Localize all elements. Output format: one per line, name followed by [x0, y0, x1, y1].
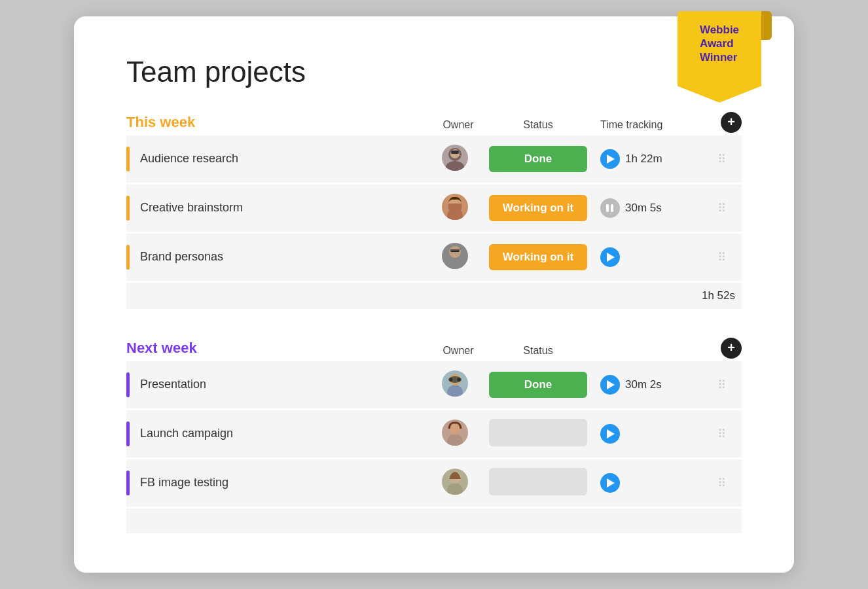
svg-rect-3: [451, 151, 459, 154]
drag-handle-cell: ⠿: [715, 183, 742, 232]
play-icon: [607, 380, 615, 389]
play-icon: [607, 429, 615, 438]
play-button[interactable]: [600, 149, 620, 169]
page-title: Team projects: [126, 56, 742, 88]
next-week-label: Next week: [126, 340, 197, 356]
this-week-label: This week: [126, 114, 195, 130]
drag-handle-cell: ⠿: [715, 409, 742, 458]
left-bar-orange: [126, 147, 130, 171]
owner-cell: [434, 183, 482, 232]
svg-point-15: [447, 434, 463, 446]
task-label: Brand personas: [140, 250, 223, 264]
pause-bar: [611, 204, 613, 212]
status-cell: Working on it: [482, 232, 594, 281]
table-row: Presentation Done 30m 2s: [126, 361, 742, 410]
status-badge-working: Working on it: [489, 195, 587, 221]
this-week-owner-header: Owner: [434, 112, 482, 135]
this-week-table: This week Owner Status Time tracking + A…: [126, 112, 742, 309]
status-empty: [489, 419, 587, 446]
avatar: [442, 194, 468, 220]
pause-button[interactable]: [600, 198, 620, 218]
drag-handle[interactable]: ⠿: [715, 378, 729, 391]
status-badge-done: Done: [489, 146, 587, 172]
owner-cell: [434, 232, 482, 281]
task-name-cell: Audience research: [126, 135, 434, 184]
next-week-owner-header: Owner: [434, 338, 482, 361]
task-name-cell: FB image testing: [126, 458, 434, 507]
svg-point-14: [457, 378, 460, 381]
drag-handle[interactable]: ⠿: [715, 152, 729, 166]
drag-handle[interactable]: ⠿: [715, 202, 729, 215]
time-value: 1h 22m: [625, 152, 662, 166]
table-row: Launch campaign: [126, 409, 742, 458]
status-cell: [482, 409, 594, 458]
status-empty: [489, 468, 587, 495]
task-name-cell: Creative brainstorm: [126, 183, 434, 232]
status-cell: Done: [482, 135, 594, 184]
drag-handle-cell: ⠿: [715, 232, 742, 281]
total-time: 1h 52s: [594, 281, 742, 309]
ribbon-text: Webbie Award Winner: [700, 23, 739, 65]
drag-handle-cell: ⠿: [715, 361, 742, 410]
next-week-status-header: Status: [482, 338, 594, 361]
task-label: Launch campaign: [140, 427, 233, 440]
play-icon: [607, 478, 615, 488]
total-row: [126, 507, 742, 533]
add-this-week-button[interactable]: +: [721, 112, 742, 133]
status-badge-working: Working on it: [489, 244, 587, 270]
drag-handle[interactable]: ⠿: [715, 476, 729, 490]
avatar: [442, 145, 468, 171]
owner-cell: [434, 458, 482, 507]
award-ribbon: Webbie Award Winner: [678, 11, 761, 103]
time-value: 30m 5s: [625, 202, 662, 215]
table-row: FB image testing: [126, 458, 742, 507]
status-cell: [482, 458, 594, 507]
time-cell: 30m 5s: [594, 183, 715, 232]
task-label: Presentation: [140, 378, 206, 391]
drag-handle-cell: ⠿: [715, 135, 742, 184]
status-badge-done: Done: [489, 372, 587, 398]
avatar: [442, 469, 468, 495]
add-next-week-button[interactable]: +: [721, 338, 742, 359]
svg-point-1: [446, 161, 464, 171]
total-row: 1h 52s: [126, 281, 742, 309]
play-button[interactable]: [600, 375, 620, 395]
drag-handle[interactable]: ⠿: [715, 251, 729, 264]
table-row: Brand personas Working on it: [126, 232, 742, 281]
svg-point-13: [449, 378, 452, 381]
time-cell: 1h 22m: [594, 135, 715, 184]
drag-handle-cell: ⠿: [715, 458, 742, 507]
avatar: [442, 243, 468, 269]
owner-cell: [434, 361, 482, 410]
play-button[interactable]: [600, 473, 620, 493]
avatar: [442, 419, 468, 446]
task-label: Audience research: [140, 152, 238, 166]
avatar: [442, 370, 468, 397]
task-name-cell: Brand personas: [126, 232, 434, 281]
time-cell: [594, 458, 715, 507]
table-row: Audience research Done 1h: [126, 135, 742, 184]
task-name-cell: Presentation: [126, 361, 434, 410]
play-button[interactable]: [600, 424, 620, 444]
status-cell: Done: [482, 361, 594, 410]
table-row: Creative brainstorm Working on it: [126, 183, 742, 232]
task-label: Creative brainstorm: [140, 201, 243, 215]
owner-cell: [434, 409, 482, 458]
time-cell: 30m 2s: [594, 361, 715, 410]
main-card: Webbie Award Winner Team projects This w…: [74, 16, 794, 573]
time-cell: [594, 232, 715, 281]
task-label: FB image testing: [140, 476, 228, 490]
next-week-table: Next week Owner Status + Presentation: [126, 338, 742, 534]
drag-handle[interactable]: ⠿: [715, 427, 729, 440]
play-icon: [607, 154, 615, 164]
pause-bar: [606, 204, 609, 212]
play-button[interactable]: [600, 247, 620, 267]
left-bar-purple: [126, 471, 130, 495]
this-week-status-header: Status: [482, 112, 594, 135]
play-icon: [607, 253, 615, 262]
left-bar-purple: [126, 421, 130, 446]
owner-cell: [434, 135, 482, 184]
svg-point-10: [447, 385, 463, 397]
task-name-cell: Launch campaign: [126, 409, 434, 458]
ribbon-body: Webbie Award Winner: [678, 11, 761, 103]
